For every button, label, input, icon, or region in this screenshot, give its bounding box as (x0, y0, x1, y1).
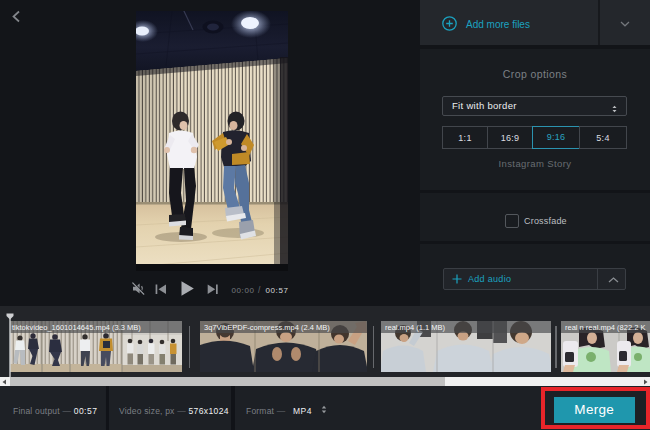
svg-text:00:00: 00:00 (232, 286, 255, 295)
svg-text:00:57: 00:57 (266, 286, 289, 295)
svg-text:/: / (258, 285, 261, 295)
